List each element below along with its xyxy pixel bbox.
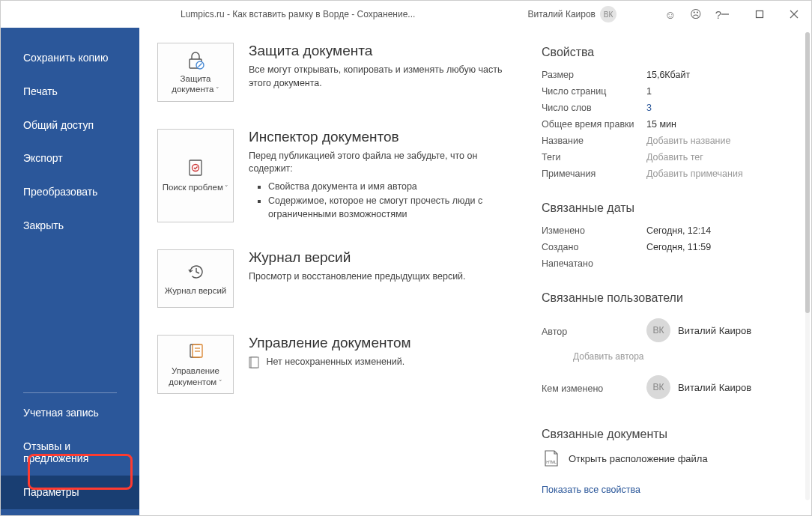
- modifier-key: Кем изменено: [542, 383, 646, 394]
- open-file-location[interactable]: HTML Открыть расположение файла: [542, 449, 789, 468]
- open-file-location-label: Открыть расположение файла: [569, 453, 708, 464]
- prop-comments-value[interactable]: Добавить примечания: [646, 169, 743, 179]
- author-key: Автор: [542, 327, 646, 337]
- check-issues-label: Поиск проблем: [163, 182, 229, 192]
- check-issues-button[interactable]: Поиск проблем: [157, 129, 234, 223]
- prop-title-value[interactable]: Добавить название: [646, 136, 730, 146]
- sidebar-item-print[interactable]: Печать: [1, 75, 139, 109]
- avatar: ВК: [646, 375, 670, 399]
- history-icon: [186, 261, 205, 282]
- sidebar-item-export[interactable]: Экспорт: [1, 142, 139, 175]
- version-history-label: Журнал версий: [165, 285, 227, 296]
- date-created-value: Сегодня, 11:59: [646, 242, 711, 252]
- minimize-button[interactable]: [708, 1, 742, 28]
- svg-rect-7: [190, 160, 202, 175]
- history-heading: Журнал версий: [249, 249, 512, 266]
- svg-rect-14: [251, 357, 258, 368]
- show-all-properties[interactable]: Показать все свойства: [542, 485, 789, 495]
- inspect-item: Содержимое, которое не смогут прочесть л…: [268, 195, 512, 221]
- sidebar-item-close[interactable]: Закрыть: [1, 209, 139, 243]
- properties-pane: Свойства Размер15,6Кбайт Число страниц1 …: [534, 28, 811, 515]
- svg-text:HTML: HTML: [546, 460, 557, 464]
- modifier-user[interactable]: ВК Виталий Каиров: [646, 375, 751, 399]
- manage-document-button[interactable]: Управление документом: [157, 335, 234, 394]
- sidebar-item-account[interactable]: Учетная запись: [1, 396, 139, 430]
- smile-icon[interactable]: ☺: [664, 8, 676, 21]
- lock-icon: [185, 49, 206, 70]
- document-manage-icon: [186, 342, 205, 362]
- frown-icon[interactable]: ☹: [690, 7, 702, 21]
- prop-tags-value[interactable]: Добавить тег: [646, 152, 703, 163]
- prop-edit-time-key: Общее время правки: [542, 119, 646, 130]
- prop-words-key: Число слов: [542, 103, 646, 113]
- sidebar-separator: [23, 392, 117, 393]
- scrollbar[interactable]: [805, 32, 810, 500]
- prop-size-value: 15,6Кбайт: [646, 70, 690, 80]
- author-user[interactable]: ВК Виталий Каиров: [646, 318, 751, 342]
- protect-document-label: Защита документа: [161, 73, 230, 95]
- prop-words-value[interactable]: 3: [646, 103, 652, 113]
- signed-in-user[interactable]: Виталий Каиров ВК: [527, 6, 616, 22]
- version-history-button[interactable]: Журнал версий: [157, 249, 234, 308]
- svg-rect-1: [757, 11, 763, 18]
- user-avatar-small: ВК: [600, 6, 616, 22]
- prop-tags-key: Теги: [542, 152, 646, 163]
- user-name-label: Виталий Каиров: [527, 9, 596, 19]
- avatar: ВК: [646, 318, 670, 342]
- sidebar-item-transform[interactable]: Преобразовать: [1, 175, 139, 209]
- prop-pages-key: Число страниц: [542, 86, 646, 97]
- inspect-text: Перед публикацией этого файла не забудьт…: [249, 150, 512, 176]
- protect-text: Все могут открывать, копировать и изменя…: [249, 64, 512, 90]
- prop-size-key: Размер: [542, 70, 646, 80]
- protect-document-button[interactable]: Защита документа: [157, 43, 234, 102]
- prop-title-key: Название: [542, 136, 646, 146]
- related-users-heading: Связанные пользователи: [542, 291, 789, 305]
- prop-edit-time-value: 15 мин: [646, 119, 676, 130]
- date-created-key: Создано: [542, 242, 646, 252]
- prop-pages-value: 1: [646, 86, 652, 97]
- related-documents-heading: Связанные документы: [542, 428, 789, 441]
- maximize-button[interactable]: [742, 1, 777, 28]
- date-modified-key: Изменено: [542, 225, 646, 236]
- author-name: Виталий Каиров: [678, 325, 751, 336]
- properties-heading[interactable]: Свойства: [542, 46, 789, 59]
- manage-text: Нет несохраненных изменений.: [249, 356, 512, 369]
- backstage-sidebar: Сохранить копию Печать Общий доступ Эксп…: [1, 28, 139, 515]
- sidebar-item-options[interactable]: Параметры: [1, 476, 139, 509]
- modifier-name: Виталий Каиров: [678, 382, 751, 393]
- manage-heading: Управление документом: [249, 335, 512, 351]
- date-modified-value: Сегодня, 12:14: [646, 225, 711, 236]
- html-file-icon: HTML: [542, 449, 561, 468]
- sidebar-item-share[interactable]: Общий доступ: [1, 109, 139, 142]
- inspect-heading: Инспектор документов: [249, 129, 512, 145]
- related-dates-heading: Связанные даты: [542, 201, 789, 215]
- prop-comments-key: Примечания: [542, 169, 646, 179]
- protect-heading: Защита документа: [249, 43, 512, 59]
- add-author-link[interactable]: Добавить автора: [573, 351, 789, 362]
- document-small-icon: [249, 356, 259, 368]
- sidebar-item-feedback[interactable]: Отзывы и предложения: [1, 430, 139, 476]
- svg-point-8: [193, 165, 199, 172]
- history-text: Просмотр и восстановление предыдущих вер…: [249, 270, 512, 284]
- window-title: Lumpics.ru - Как вставить рамку в Ворде …: [181, 9, 474, 19]
- document-check-icon: [186, 158, 205, 179]
- date-printed-key: Напечатано: [542, 258, 646, 269]
- close-button[interactable]: [777, 1, 811, 28]
- inspect-item: Свойства документа и имя автора: [268, 180, 512, 194]
- sidebar-item-save-copy[interactable]: Сохранить копию: [1, 41, 139, 75]
- info-center-pane: Защита документа Защита документа Все мо…: [139, 28, 534, 515]
- manage-document-label: Управление документом: [161, 365, 230, 387]
